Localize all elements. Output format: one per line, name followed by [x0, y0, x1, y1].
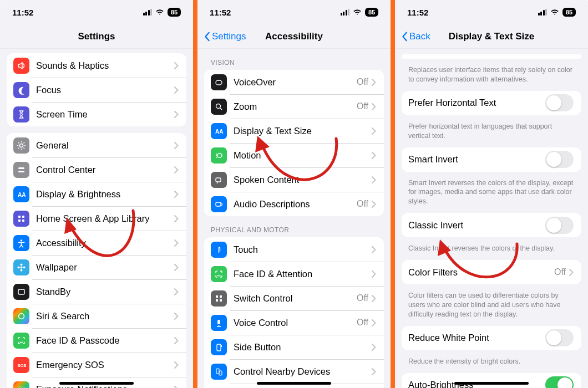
settings-row[interactable]: Wallpaper: [7, 255, 186, 279]
svg-rect-28: [216, 295, 218, 298]
settings-row[interactable]: Control Nearby Devices: [204, 359, 384, 384]
row-label: Accessibility: [36, 238, 174, 248]
wifi-icon: [155, 9, 164, 16]
chevron-right-icon: [174, 142, 179, 149]
group-auto-brightness: Auto-Brightness: [402, 373, 581, 389]
settings-row[interactable]: Focus: [7, 78, 186, 102]
row-label: Focus: [36, 85, 174, 95]
toggle-auto-brightness[interactable]: [545, 376, 574, 388]
row-classic-invert[interactable]: Classic Invert: [402, 213, 581, 237]
svg-rect-1: [18, 167, 24, 169]
back-button[interactable]: Back: [402, 31, 430, 42]
settings-row[interactable]: Face ID & Passcode: [7, 328, 186, 353]
settings-row[interactable]: ZoomOff: [204, 94, 384, 119]
back-label: Back: [409, 31, 430, 42]
settings-row[interactable]: Face ID & Attention: [204, 262, 384, 286]
svg-rect-4: [18, 216, 21, 218]
toggle-reduce-white-point[interactable]: [545, 329, 574, 346]
settings-row[interactable]: AADisplay & Text Size: [204, 119, 384, 143]
row-prefer-horizontal[interactable]: Prefer Horizontal Text: [402, 91, 581, 115]
home-indicator: [59, 382, 134, 385]
label: Prefer Horizontal Text: [408, 98, 545, 108]
faceid-icon: [211, 266, 227, 282]
chevron-right-icon: [372, 201, 376, 208]
settings-row[interactable]: General: [7, 133, 186, 157]
row-label: Voice Control: [234, 318, 357, 328]
chevron-right-icon: [174, 166, 179, 173]
row-label: Switch Control: [234, 293, 357, 304]
truncated-group: [402, 54, 581, 59]
switches-icon: [13, 162, 29, 178]
chevron-right-icon: [569, 269, 574, 276]
svg-rect-33: [217, 344, 221, 351]
svg-rect-5: [22, 216, 24, 218]
row-label: Motion: [234, 150, 372, 161]
row-auto-brightness[interactable]: Auto-Brightness: [402, 373, 581, 389]
phone-settings: 11:52 85 Settings Sounds & HapticsFocusS…: [0, 0, 193, 388]
settings-row[interactable]: SOSEmergency SOS: [7, 353, 186, 377]
chevron-right-icon: [174, 191, 179, 198]
svg-rect-35: [216, 369, 219, 374]
cellular-bars-icon: [143, 9, 153, 16]
footer-note: Smart Invert reverses the colors of the …: [408, 178, 575, 207]
row-smart-invert[interactable]: Smart Invert: [402, 147, 581, 172]
textsize-icon: AA: [211, 123, 227, 139]
hourglass-icon: [13, 106, 29, 122]
flower-icon: [13, 259, 29, 275]
svg-rect-27: [216, 202, 221, 206]
settings-row[interactable]: VoiceOverOff: [204, 70, 384, 94]
label: Reduce White Point: [408, 333, 545, 343]
settings-row[interactable]: Switch ControlOff: [204, 286, 384, 310]
settings-row[interactable]: Control Center: [7, 157, 186, 182]
divider: [193, 0, 197, 388]
touch-icon: [211, 242, 227, 258]
toggle-prefer-horizontal[interactable]: [545, 94, 574, 111]
row-reduce-white-point[interactable]: Reduce White Point: [402, 326, 581, 350]
settings-row[interactable]: Touch: [204, 237, 384, 262]
chevron-right-icon: [174, 62, 179, 69]
chevron-right-icon: [174, 361, 179, 369]
chevron-right-icon: [174, 337, 179, 344]
settings-row[interactable]: Accessibility: [7, 231, 186, 255]
moon-icon: [13, 82, 29, 98]
switch-icon: [211, 290, 227, 307]
exposure-icon: [13, 381, 29, 389]
section-header-vision: Vision: [211, 59, 377, 67]
settings-row[interactable]: Motion: [204, 143, 384, 167]
row-label: Zoom: [234, 101, 357, 112]
nav-bar: Settings Accessibility: [197, 24, 391, 49]
svg-point-23: [216, 104, 221, 108]
toggle-classic-invert[interactable]: [545, 217, 574, 234]
settings-row[interactable]: Screen Time: [7, 102, 186, 126]
chevron-right-icon: [174, 386, 179, 389]
svg-rect-6: [18, 219, 21, 222]
voicectrl-icon: [211, 315, 227, 331]
settings-row[interactable]: Home Screen & App Library: [7, 206, 186, 231]
settings-row[interactable]: StandBy: [7, 279, 186, 304]
faceid-icon: [13, 333, 29, 349]
settings-row[interactable]: Side Button: [204, 335, 384, 359]
motion-icon: [211, 147, 227, 164]
group-prefer-horizontal: Prefer Horizontal Text: [402, 91, 581, 115]
row-label: Audio Descriptions: [234, 199, 357, 210]
accessibility-group-vision: VoiceOverOffZoomOffAADisplay & Text Size…: [204, 70, 384, 216]
status-time: 11:52: [210, 8, 231, 17]
svg-point-8: [21, 239, 23, 242]
phone-accessibility: 11:52 85 Settings Accessibility Vision V…: [197, 0, 391, 388]
settings-row[interactable]: Siri & Search: [7, 304, 186, 328]
spoken-icon: [211, 172, 227, 188]
svg-point-25: [217, 153, 222, 157]
row-value: Off: [357, 318, 368, 328]
chevron-right-icon: [372, 368, 376, 375]
settings-row[interactable]: Voice ControlOff: [204, 310, 384, 335]
settings-row[interactable]: Spoken Content: [204, 167, 384, 192]
row-color-filters[interactable]: Color Filters Off: [402, 260, 581, 284]
toggle-smart-invert[interactable]: [545, 151, 574, 168]
settings-group-personal: Sounds & HapticsFocusScreen Time: [7, 53, 186, 126]
back-button[interactable]: Settings: [204, 31, 246, 42]
settings-row[interactable]: AADisplay & Brightness: [7, 182, 186, 206]
settings-row[interactable]: Audio DescriptionsOff: [204, 192, 384, 216]
settings-row[interactable]: Sounds & Haptics: [7, 53, 186, 78]
textsize-icon: AA: [13, 186, 29, 202]
svg-rect-7: [22, 219, 24, 222]
